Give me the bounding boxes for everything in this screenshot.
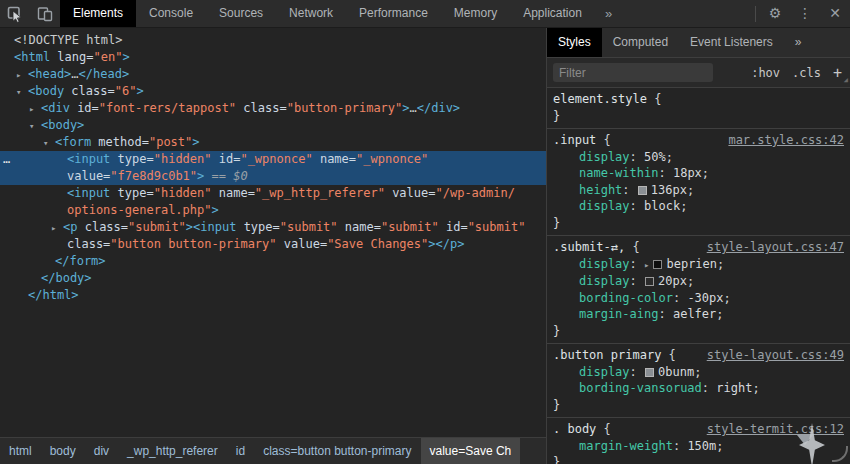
style-property[interactable]: height: 136px; [553, 182, 846, 199]
breadcrumb-item[interactable]: class=button button-primary [254, 438, 420, 464]
toolbar-divider [755, 6, 756, 22]
collapse-arrow-icon[interactable]: ▾ [16, 84, 21, 101]
style-rules-list: element.style {}mar.style.css:42.input {… [547, 88, 850, 464]
tab-performance[interactable]: Performance [346, 0, 441, 27]
rule-selector[interactable]: mar.style.css:42.input { [553, 132, 846, 149]
dom-tree-row[interactable]: ▸<head>…</head> [0, 66, 546, 83]
tab-application[interactable]: Application [510, 0, 595, 27]
value-swatch-icon [638, 186, 647, 195]
dom-tree-row[interactable]: options-general.php"> [0, 202, 546, 219]
row-gutter-marker: … [3, 151, 10, 168]
tab-memory[interactable]: Memory [441, 0, 510, 27]
value-swatch-icon [645, 368, 654, 377]
stylesheet-link[interactable]: mar.style.css:42 [728, 132, 844, 149]
style-property[interactable]: bording-color: -30px; [553, 290, 846, 307]
breadcrumb-item[interactable]: id [227, 438, 254, 464]
sidebar-more-tabs-chevron-icon[interactable]: » [784, 28, 813, 57]
stylesheet-link[interactable]: style-layout.css:49 [707, 347, 844, 364]
rule-selector[interactable]: style-layout.css:47.submit-⇄, { [553, 239, 846, 256]
hover-state-toggle[interactable]: :hov [751, 66, 780, 80]
style-rule: style-layout.css:47.submit-⇄, {display: … [547, 236, 850, 344]
breadcrumb-item[interactable]: html [0, 438, 41, 464]
kebab-menu-icon[interactable]: ⋮ [790, 0, 820, 27]
dom-tree-row[interactable]: ▾<body> [0, 117, 546, 134]
expand-arrow-icon[interactable]: ▸ [29, 101, 34, 118]
style-filter-input[interactable] [553, 63, 713, 82]
value-swatch-icon [645, 277, 654, 286]
stylesheet-link[interactable]: style-layout.css:47 [707, 239, 844, 256]
style-property[interactable]: display: ▸beprien; [553, 256, 846, 274]
dom-tree-row[interactable]: <html lang="en"> [0, 49, 546, 66]
breadcrumb-item[interactable]: _wp_http_referer [118, 438, 227, 464]
expand-arrow-icon[interactable]: ▸ [16, 67, 21, 84]
style-property[interactable]: margin-aing: aelfer; [553, 306, 846, 323]
dom-tree-panel: <!DOCTYPE html><html lang="en">▸<head>…<… [0, 28, 546, 437]
new-style-rule-button[interactable]: + ◢ [833, 64, 842, 82]
collapse-arrow-icon[interactable]: ▾ [29, 118, 34, 135]
tab-sources[interactable]: Sources [206, 0, 276, 27]
style-property[interactable]: display: 0bunm; [553, 364, 846, 381]
dom-tree-row[interactable]: </form> [0, 253, 546, 270]
dom-tree-row[interactable]: <input type="hidden" name="_wp_http_refe… [0, 185, 546, 202]
dom-tree-row[interactable]: ▾<form method="post"> [0, 134, 546, 151]
dom-tree-row[interactable]: ▸<div id="font-rers/tappost" class="butt… [0, 100, 546, 117]
expand-value-arrow-icon: ▸ [644, 260, 649, 270]
value-swatch-icon [653, 260, 662, 269]
devtools-window: ElementsConsoleSourcesNetworkPerformance… [0, 0, 850, 464]
dom-tree-row[interactable]: class="button button-primary" value="Sav… [0, 236, 546, 253]
dom-tree-row[interactable]: </body> [0, 270, 546, 287]
device-toolbar-icon[interactable] [30, 0, 60, 27]
breadcrumb-item[interactable]: body [41, 438, 85, 464]
stylesheet-link[interactable]: style-termit.css:12 [707, 421, 844, 438]
breadcrumb: htmlbodydiv_wp_http_refereridclass=butto… [0, 437, 546, 464]
tab-elements[interactable]: Elements [60, 0, 136, 27]
more-tabs-chevron-icon[interactable]: » [595, 0, 622, 27]
dom-tree-row[interactable]: value="f7e8d9c0b1"> == $0 [0, 168, 546, 185]
dom-tree-row[interactable]: ▸<p class="submit"><input type="submit" … [0, 219, 546, 236]
breadcrumb-item[interactable]: div [85, 438, 118, 464]
expand-arrow-icon[interactable]: ▸ [51, 220, 56, 237]
style-filter-row: :hov .cls + ◢ [547, 58, 850, 88]
tab-console[interactable]: Console [136, 0, 206, 27]
style-rule: mar.style.css:42.input {display: 50%;nam… [547, 129, 850, 236]
inspect-element-icon[interactable] [0, 0, 30, 27]
tab-network[interactable]: Network [276, 0, 346, 27]
dom-tree-row[interactable]: <!DOCTYPE html> [0, 32, 546, 49]
style-property[interactable]: display: 20px; [553, 273, 846, 290]
sidebar-tab-computed[interactable]: Computed [602, 28, 679, 57]
collapse-arrow-icon[interactable]: ▾ [43, 135, 48, 152]
breadcrumb-item[interactable]: value=Save Ch [421, 438, 521, 464]
style-property[interactable]: display: 50%; [553, 149, 846, 166]
style-property[interactable]: display: block; [553, 198, 846, 215]
dom-tree-row[interactable]: …<input type="hidden" id="_wpnonce" name… [0, 151, 546, 168]
class-toggle[interactable]: .cls [792, 66, 821, 80]
style-rule: style-layout.css:49.button primary {disp… [547, 344, 850, 418]
devtools-toolbar: ElementsConsoleSourcesNetworkPerformance… [0, 0, 850, 28]
rule-selector[interactable]: style-layout.css:49.button primary { [553, 347, 846, 364]
sidebar-tab-styles[interactable]: Styles [547, 28, 602, 57]
style-rule: element.style {} [547, 88, 850, 129]
style-property[interactable]: bording-vansoruad: right; [553, 380, 846, 397]
styles-sidebar: StylesComputedEvent Listeners» :hov .cls… [546, 28, 850, 464]
corner-triangle-icon: ◢ [844, 76, 848, 84]
style-property[interactable]: name-within: 18px; [553, 165, 846, 182]
close-icon[interactable]: ✕ [820, 0, 850, 27]
sidebar-tabs: StylesComputedEvent Listeners» [547, 28, 850, 58]
settings-gear-icon[interactable]: ⚙ [760, 0, 790, 27]
sidebar-tab-event-listeners[interactable]: Event Listeners [679, 28, 784, 57]
devtools-tabs: ElementsConsoleSourcesNetworkPerformance… [60, 0, 595, 27]
rule-selector[interactable]: element.style { [553, 91, 846, 108]
dom-tree-row[interactable]: </html> [0, 287, 546, 304]
dom-tree-row[interactable]: ▾<body class="6"> [0, 83, 546, 100]
